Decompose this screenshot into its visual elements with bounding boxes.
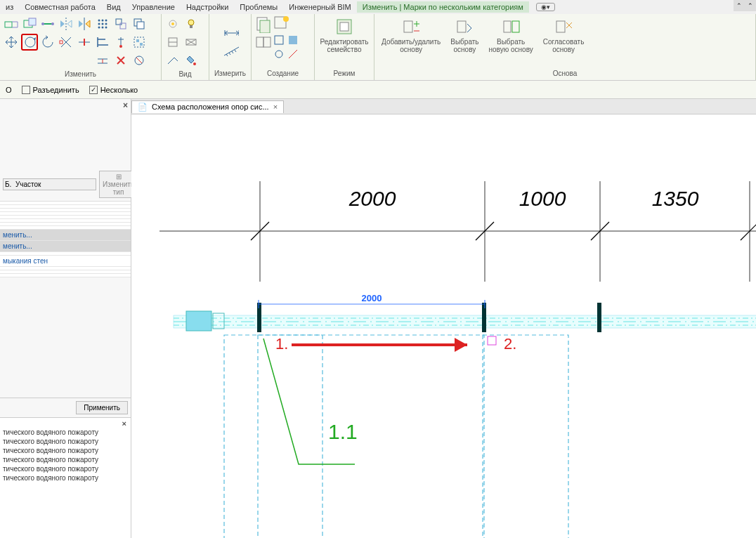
delete-icon[interactable] xyxy=(112,52,129,69)
ribbon-group-measure: Измерить xyxy=(209,14,252,80)
copy-icon[interactable] xyxy=(131,15,148,32)
multiple-option[interactable]: Несколько xyxy=(89,86,138,94)
svg-rect-79 xyxy=(488,336,496,345)
svg-point-5 xyxy=(51,22,54,25)
green-leader: 1.1 xyxy=(263,339,358,464)
ribbon-tab[interactable]: Вид xyxy=(101,1,126,13)
view-mode-icon[interactable]: ◉▾ xyxy=(536,3,555,11)
ribbon-tab[interactable]: Управление xyxy=(126,1,181,13)
ribbon-tab[interactable]: Проблемы xyxy=(234,1,283,13)
svg-rect-22 xyxy=(136,39,139,42)
select-new-host-button[interactable]: Выбрать новую основу xyxy=(485,15,537,55)
create-similar-icon[interactable] xyxy=(254,15,271,32)
bulb-icon[interactable] xyxy=(183,15,200,32)
ribbon-tab[interactable]: из xyxy=(0,1,19,13)
measure-icon[interactable] xyxy=(222,43,239,60)
family-icon[interactable] xyxy=(254,34,271,51)
pin-icon[interactable] xyxy=(112,34,129,51)
trim-icon[interactable] xyxy=(58,34,74,51)
ribbon-tab-active[interactable]: Изменить | Марки по нескольким категория… xyxy=(357,1,529,13)
svg-rect-73 xyxy=(224,335,322,538)
grid-dimension-top: 2000 1000 1350 xyxy=(159,181,756,282)
join-icon[interactable] xyxy=(39,15,56,32)
opt2-icon[interactable] xyxy=(287,34,299,46)
split-icon[interactable] xyxy=(76,34,93,51)
list-item[interactable]: тического водяного пожароту xyxy=(3,428,128,437)
list-item[interactable]: тического водяного пожароту xyxy=(3,446,128,455)
list-item[interactable]: тического водяного пожароту xyxy=(3,437,128,446)
ribbon-group-label: Режим xyxy=(318,68,371,79)
mirror-pick-icon[interactable] xyxy=(76,15,93,32)
select-host-button[interactable]: Выбрать основу xyxy=(446,15,483,55)
list-item[interactable]: тического водяного пожароту xyxy=(3,455,128,464)
svg-rect-66 xyxy=(257,303,261,332)
type-name-input[interactable] xyxy=(3,178,96,190)
offset-icon[interactable] xyxy=(94,52,111,69)
list-item[interactable]: тического водяного пожароту xyxy=(3,473,128,483)
opt3-icon[interactable] xyxy=(273,48,285,60)
cut-geometry-icon[interactable] xyxy=(21,15,38,32)
load-family-icon[interactable] xyxy=(273,15,289,32)
svg-point-18 xyxy=(119,45,122,48)
drawing-canvas[interactable]: 2000 1000 1350 xyxy=(131,114,756,538)
rotate-ccw-icon[interactable] xyxy=(39,34,56,51)
svg-rect-2 xyxy=(29,18,36,25)
ribbon-tab[interactable]: Совместная работа xyxy=(19,1,101,13)
svg-point-14 xyxy=(102,27,104,29)
ribbon-group-label: Создание xyxy=(254,68,311,79)
align-icon[interactable] xyxy=(94,34,111,51)
svg-rect-33 xyxy=(260,20,270,33)
drawing-svg: 2000 1000 1350 xyxy=(131,114,756,538)
unjoin-option[interactable]: Разъединить xyxy=(22,86,79,94)
list-item[interactable]: тического водяного пожароту xyxy=(3,464,128,473)
edit-family-button[interactable]: Редактировать семейство xyxy=(315,15,372,55)
reconcile-host-button[interactable]: Согласовать основу xyxy=(539,15,589,55)
opt4-icon[interactable] xyxy=(287,48,299,60)
move-icon[interactable] xyxy=(3,34,20,51)
graphics-icon[interactable] xyxy=(183,34,200,51)
scale-icon[interactable] xyxy=(112,15,129,32)
svg-text:2000: 2000 xyxy=(348,187,396,210)
svg-point-28 xyxy=(188,20,194,25)
property-row-edit[interactable]: менить... xyxy=(0,241,131,252)
rotate-icon[interactable] xyxy=(21,34,38,51)
ribbon-group-label: Измерить xyxy=(212,68,248,79)
apply-button[interactable]: Применить xyxy=(76,401,128,414)
properties-panel: × ⊞ Изменить тип ⌃ ⌃ менить... менить...… xyxy=(0,99,131,538)
ribbon-group-modify: Изменить xyxy=(0,14,162,80)
mirror-axis-icon[interactable] xyxy=(58,15,74,32)
svg-rect-23 xyxy=(140,43,143,46)
linework-icon[interactable] xyxy=(164,52,181,69)
blue-dimension: 2000 xyxy=(259,293,485,308)
close-properties-icon[interactable]: × xyxy=(123,100,128,110)
override-icon[interactable] xyxy=(164,34,181,51)
svg-point-31 xyxy=(193,63,196,65)
array-icon[interactable] xyxy=(94,15,111,32)
svg-rect-45 xyxy=(504,21,511,32)
cope-icon[interactable] xyxy=(3,15,20,32)
svg-text:1.1: 1.1 xyxy=(328,420,358,443)
property-row-edit[interactable]: менить... xyxy=(0,230,131,241)
property-row-walljoin[interactable]: мыкания стен xyxy=(0,256,131,267)
close-tab-icon[interactable]: × xyxy=(273,103,278,111)
close-browser-icon[interactable]: × xyxy=(122,419,126,428)
paint-icon[interactable] xyxy=(183,52,200,69)
document-tab[interactable]: 📄 Схема расположения опор сис... × xyxy=(131,100,284,113)
svg-rect-6 xyxy=(60,41,63,44)
properties-grid[interactable]: ⌃ ⌃ менить... менить... мыкания стен xyxy=(0,202,131,398)
svg-rect-38 xyxy=(275,36,283,44)
group-icon[interactable] xyxy=(131,34,148,51)
property-row[interactable] xyxy=(0,274,131,277)
ribbon-tab[interactable]: Надстройки xyxy=(181,1,234,13)
opt1-icon[interactable] xyxy=(273,34,285,46)
ribbon-tab[interactable]: Инженерный BIM xyxy=(283,1,357,13)
ribbon: Изменить Вид Измерить xyxy=(0,14,756,81)
main-area: × ⊞ Изменить тип ⌃ ⌃ менить... менить...… xyxy=(0,99,756,538)
ribbon-group-label: Изменить xyxy=(3,69,158,79)
add-remove-host-button[interactable]: Добавить/удалить основу xyxy=(377,15,445,55)
svg-rect-16 xyxy=(116,19,122,25)
svg-rect-43 xyxy=(404,21,412,32)
unpin-icon[interactable] xyxy=(131,52,148,69)
dimension-icon[interactable] xyxy=(222,25,239,41)
hide-icon[interactable] xyxy=(164,15,181,32)
